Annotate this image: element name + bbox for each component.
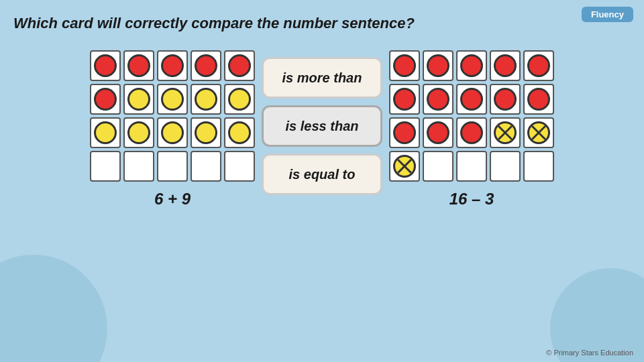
grid-cell [523,117,554,148]
grid-cell [490,117,521,148]
red-circle [393,54,416,77]
red-circle [527,88,550,111]
option-card-equal[interactable]: is equal to [262,154,382,195]
grid-cell [456,117,487,148]
grid-cell [423,117,453,148]
grid-cell [191,151,221,182]
option-card-more[interactable]: is more than [262,57,382,99]
grid-cell [90,117,121,148]
grid-cell [123,50,154,81]
yellow-circle [127,88,150,111]
grid-cell [90,50,121,81]
grid-row [389,50,554,81]
grid-cell [123,151,154,182]
grid-cell [157,151,188,182]
fluency-badge: Fluency [582,7,633,22]
main-content: 6 + 9 is more thanis less thanis equal t… [0,50,644,208]
red-circle [94,88,117,111]
grid-cell [490,84,521,115]
grid-row [389,151,554,182]
crossed-circle [527,121,550,144]
grid-cell [456,151,487,182]
red-circle [427,88,449,111]
grid-cell [389,50,420,81]
grid-cell [456,84,487,115]
yellow-circle [94,121,117,144]
grid-cell [224,151,255,182]
crossed-circle [494,121,517,144]
yellow-circle [161,88,184,111]
grid-cell [157,84,188,115]
red-circle [527,54,550,77]
right-grid [389,50,554,182]
red-circle [427,54,449,77]
grid-cell [423,151,453,182]
red-circle [460,121,483,144]
yellow-circle [161,121,184,144]
red-circle [127,54,150,77]
left-label: 6 + 9 [90,190,255,208]
crossed-circle [393,155,416,178]
grid-row [90,50,255,81]
red-circle [393,121,416,144]
grid-cell [224,117,255,148]
grid-cell [389,84,420,115]
red-circle [94,54,117,77]
options-panel: is more thanis less thanis equal to [262,57,382,195]
grid-row [90,151,255,182]
grid-cell [191,50,221,81]
option-card-less[interactable]: is less than [262,105,382,147]
grid-cell [191,84,221,115]
red-circle [195,54,217,77]
left-grid [90,50,255,182]
yellow-circle [228,88,251,111]
grid-row [389,117,554,148]
question-text: Which card will correctly compare the nu… [13,15,415,32]
red-circle [494,88,517,111]
grid-cell [157,117,188,148]
grid-cell [224,84,255,115]
grid-row [90,84,255,115]
red-circle [427,121,449,144]
grid-cell [90,84,121,115]
grid-cell [490,50,521,81]
grid-cell [456,50,487,81]
grid-cell [423,50,453,81]
grid-cell [423,84,453,115]
yellow-circle [195,121,217,144]
grid-cell [523,151,554,182]
grid-cell [490,151,521,182]
red-circle [228,54,251,77]
grid-row [90,117,255,148]
grid-cell [389,117,420,148]
right-panel: 16 – 3 [389,50,554,208]
grid-cell [523,84,554,115]
red-circle [460,54,483,77]
grid-row [389,84,554,115]
grid-cell [123,117,154,148]
grid-cell [191,117,221,148]
yellow-circle [228,121,251,144]
left-panel: 6 + 9 [90,50,255,208]
yellow-circle [127,121,150,144]
grid-cell [90,151,121,182]
red-circle [460,88,483,111]
red-circle [494,54,517,77]
grid-cell [224,50,255,81]
grid-cell [389,151,420,182]
grid-cell [523,50,554,81]
yellow-circle [195,88,217,111]
right-label: 16 – 3 [389,190,554,208]
red-circle [393,88,416,111]
grid-cell [123,84,154,115]
copyright-text: © Primary Stars Education [546,349,633,357]
red-circle [161,54,184,77]
grid-cell [157,50,188,81]
